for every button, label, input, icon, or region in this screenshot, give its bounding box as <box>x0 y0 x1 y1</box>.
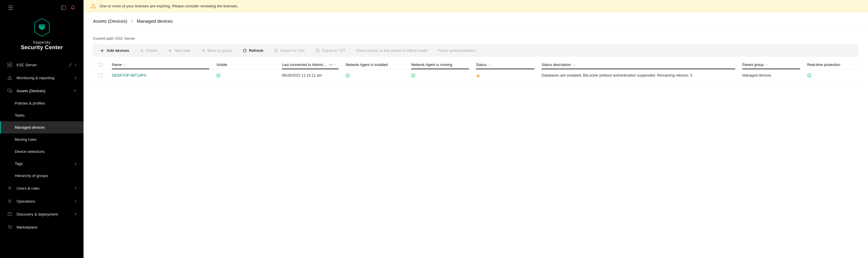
svg-rect-13 <box>10 90 12 93</box>
sidebar-item-operations[interactable]: Operations <box>0 195 84 208</box>
parent-group-value: Managed devices <box>739 70 804 80</box>
table-row[interactable]: DESKTOP-58T13PG 08/28/2023 11:14:11 am <box>93 70 859 81</box>
chevron-right-icon <box>75 63 76 66</box>
sidebar-item-marketplace[interactable]: Marketplace <box>0 221 84 233</box>
discovery-icon <box>7 212 12 217</box>
new-task-button: New task <box>163 46 195 55</box>
svg-point-11 <box>9 79 10 79</box>
sidebar-item-tasks[interactable]: Tasks <box>0 109 84 121</box>
table-body: DESKTOP-58T13PG 08/28/2023 11:14:11 am <box>93 70 859 81</box>
export-csv-button: Export to CSV <box>269 46 309 55</box>
check-circle-icon <box>346 73 350 77</box>
plus-icon <box>100 48 104 53</box>
export-icon <box>274 48 278 53</box>
breadcrumb-root[interactable]: Assets (Devices) <box>93 19 127 24</box>
warning-icon <box>91 4 96 8</box>
bell-icon[interactable] <box>69 4 76 11</box>
sidebar-item-tags[interactable]: Tags <box>0 157 84 170</box>
add-devices-button[interactable]: Add devices <box>95 46 134 55</box>
col-real-time-protection[interactable]: Real-time protection <box>804 60 868 69</box>
sidebar-item-device-selections[interactable]: Device selections <box>0 146 84 157</box>
svg-rect-16 <box>8 213 11 216</box>
check-circle-icon <box>216 73 220 77</box>
sidebar-item-managed-devices[interactable]: Managed devices <box>0 121 84 134</box>
row-checkbox[interactable] <box>99 73 103 77</box>
delete-button: Delete <box>135 46 162 55</box>
brand-subtitle: Security Center <box>21 44 63 51</box>
sort-icon: ↑↓ <box>572 64 576 66</box>
sidebar-item-ksc-server[interactable]: KSC Server <box>0 58 84 71</box>
sidebar-item-hierarchy[interactable]: Hierarchy of groups <box>0 170 84 182</box>
svg-rect-9 <box>8 65 12 67</box>
license-alert: One or more of your licenses are expirin… <box>84 0 868 12</box>
chevron-right-icon <box>75 76 76 79</box>
brand-block: Kaspersky Security Center <box>0 13 84 58</box>
force-sync-button: Force synchronization <box>433 46 480 55</box>
sidebar-item-label: KSC Server <box>17 63 65 67</box>
breadcrumb: Assets (Devices) / Managed devices <box>84 12 868 31</box>
alert-text: One or more of your licenses are expirin… <box>99 4 238 8</box>
server-icon <box>7 62 12 68</box>
check-circle-icon <box>411 73 415 77</box>
cart-icon <box>7 224 12 230</box>
select-all-checkbox[interactable] <box>99 63 103 67</box>
sidebar-item-label: Users & roles <box>17 186 70 190</box>
sidebar-item-label: Assets (Devices) <box>17 89 69 93</box>
assets-submenu: Policies & profiles Tasks Managed device… <box>0 97 84 182</box>
device-name-link[interactable]: DESKTOP-58T13PG <box>108 70 213 80</box>
check-circle-icon <box>807 73 811 77</box>
move-to-group-button: Move to group <box>196 46 237 55</box>
breadcrumb-current: Managed devices <box>137 19 173 24</box>
sidebar-item-label: Monitoring & reporting <box>17 76 70 80</box>
brand-logo-icon <box>33 18 51 37</box>
sidebar-item-monitoring[interactable]: Monitoring & reporting <box>0 71 84 84</box>
move-icon <box>201 48 205 53</box>
warning-icon <box>476 73 480 77</box>
sidebar-item-discovery[interactable]: Discovery & deployment <box>0 208 84 221</box>
svg-rect-5 <box>42 26 42 26</box>
col-visible[interactable]: Visible <box>213 60 278 69</box>
sidebar-item-policies[interactable]: Policies & profiles <box>0 97 84 109</box>
sort-icon: ↑↓ <box>488 64 491 66</box>
last-connected-value: 08/28/2023 11:14:11 am <box>278 70 342 80</box>
grant-offline-button: Grant access to the device in offline mo… <box>351 46 432 55</box>
hamburger-icon[interactable] <box>7 4 14 11</box>
sort-asc-icon: ↑ <box>335 64 337 66</box>
sort-icon: ↑↓ <box>123 64 127 66</box>
current-path: Current path: KSC Server <box>93 37 859 41</box>
toolbar: Add devices Delete New task Move to grou… <box>93 44 859 57</box>
warning-icon <box>7 75 12 80</box>
svg-rect-8 <box>8 63 12 65</box>
svg-point-20 <box>93 7 94 8</box>
export-txt-button: Export to TXT <box>311 46 350 55</box>
col-status[interactable]: Status ↑↓ <box>472 60 538 69</box>
col-name[interactable]: Name ↑↓ <box>108 60 213 69</box>
svg-rect-3 <box>39 25 45 29</box>
gear-icon <box>7 198 12 204</box>
col-last-connected[interactable]: Last connected to Admini… >> ↑ <box>278 60 342 69</box>
col-agent-installed[interactable]: Network Agent is installed <box>342 60 408 69</box>
pencil-icon[interactable] <box>69 63 72 67</box>
sort-icon: ↑↓ <box>765 64 769 66</box>
col-agent-running[interactable]: Network Agent is running <box>408 60 472 69</box>
chevron-down-icon <box>73 90 76 91</box>
user-icon <box>7 186 12 191</box>
sidebar-item-assets[interactable]: Assets (Devices) <box>0 84 84 97</box>
refresh-button[interactable]: Refresh <box>238 46 268 55</box>
panel-icon[interactable] <box>60 4 67 11</box>
sidebar-item-moving-rules[interactable]: Moving rules <box>0 134 84 146</box>
chevron-right-icon <box>75 162 76 165</box>
table-header: Name ↑↓ Visible Last connected to Admini… <box>93 60 859 70</box>
svg-rect-0 <box>61 6 66 10</box>
sidebar-item-users[interactable]: Users & roles <box>0 182 84 195</box>
sidebar-item-label: Operations <box>17 199 70 204</box>
chevron-right-icon <box>75 213 76 216</box>
col-parent-group[interactable]: Parent group ↑↓ <box>739 60 804 69</box>
sidebar: Kaspersky Security Center KSC Server <box>0 0 84 258</box>
svg-point-18 <box>11 228 11 229</box>
breadcrumb-sep: / <box>131 19 132 24</box>
devices-icon <box>7 88 12 94</box>
col-status-description[interactable]: Status description ↑↓ <box>538 60 739 69</box>
svg-point-17 <box>9 228 9 229</box>
sidebar-item-label: Discovery & deployment <box>17 212 70 217</box>
